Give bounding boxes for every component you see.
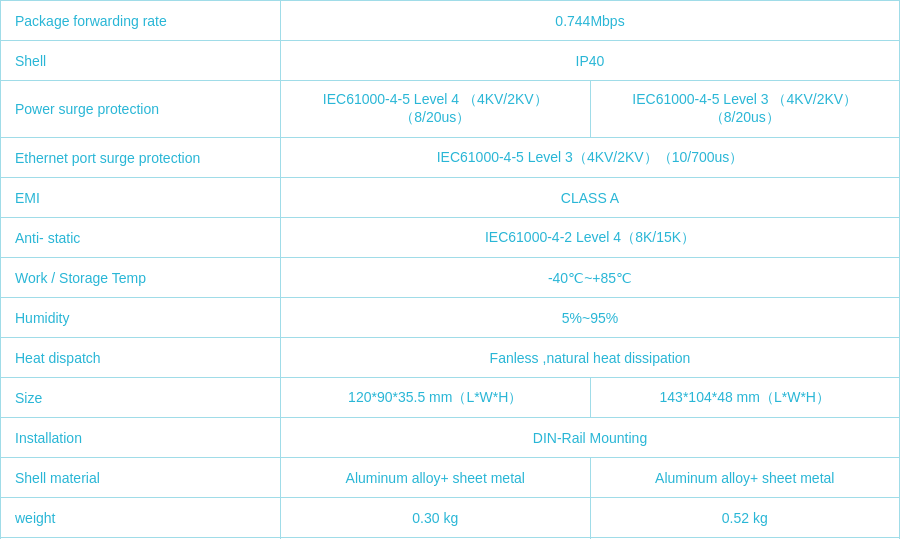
right-shell-material: Aluminum alloy+ sheet metal [591, 458, 900, 497]
table-row: ShellIP40 [1, 41, 899, 81]
right-power-surge-protection: IEC61000-4-5 Level 3 （4KV/2KV）（8/20us） [591, 81, 900, 137]
table-row: Shell materialAluminum alloy+ sheet meta… [1, 458, 899, 498]
value-ethernet-port-surge-protection: IEC61000-4-5 Level 3（4KV/2KV）（10/700us） [281, 138, 899, 177]
value-work-storage-temp: -40℃~+85℃ [281, 258, 899, 297]
table-row: Humidity5%~95% [1, 298, 899, 338]
value-humidity: 5%~95% [281, 298, 899, 337]
label-work-storage-temp: Work / Storage Temp [1, 258, 281, 297]
label-shell: Shell [1, 41, 281, 80]
split-power-surge-protection: IEC61000-4-5 Level 4 （4KV/2KV）（8/20us）IE… [281, 81, 899, 137]
value-emi: CLASS A [281, 178, 899, 217]
left-size: 120*90*35.5 mm（L*W*H） [281, 378, 591, 417]
table-row: EMICLASS A [1, 178, 899, 218]
label-emi: EMI [1, 178, 281, 217]
label-shell-material: Shell material [1, 458, 281, 497]
label-installation: Installation [1, 418, 281, 457]
table-row: InstallationDIN-Rail Mounting [1, 418, 899, 458]
table-row: Power surge protectionIEC61000-4-5 Level… [1, 81, 899, 138]
label-size: Size [1, 378, 281, 417]
split-shell-material: Aluminum alloy+ sheet metalAluminum allo… [281, 458, 899, 497]
left-weight: 0.30 kg [281, 498, 591, 537]
left-power-surge-protection: IEC61000-4-5 Level 4 （4KV/2KV）（8/20us） [281, 81, 591, 137]
value-package-forwarding-rate: 0.744Mbps [281, 1, 899, 40]
table-row: Anti- staticIEC61000-4-2 Level 4（8K/15K） [1, 218, 899, 258]
table-row: Heat dispatchFanless ,natural heat dissi… [1, 338, 899, 378]
label-ethernet-port-surge-protection: Ethernet port surge protection [1, 138, 281, 177]
table-row: Work / Storage Temp-40℃~+85℃ [1, 258, 899, 298]
left-shell-material: Aluminum alloy+ sheet metal [281, 458, 591, 497]
spec-table: Package forwarding rate0.744MbpsShellIP4… [0, 0, 900, 539]
label-weight: weight [1, 498, 281, 537]
split-size: 120*90*35.5 mm（L*W*H）143*104*48 mm（L*W*H… [281, 378, 899, 417]
value-installation: DIN-Rail Mounting [281, 418, 899, 457]
value-shell: IP40 [281, 41, 899, 80]
label-package-forwarding-rate: Package forwarding rate [1, 1, 281, 40]
table-row: weight0.30 kg0.52 kg [1, 498, 899, 538]
right-weight: 0.52 kg [591, 498, 900, 537]
table-row: Package forwarding rate0.744Mbps [1, 1, 899, 41]
label-heat-dispatch: Heat dispatch [1, 338, 281, 377]
label-anti-static: Anti- static [1, 218, 281, 257]
right-size: 143*104*48 mm（L*W*H） [591, 378, 900, 417]
label-humidity: Humidity [1, 298, 281, 337]
value-anti-static: IEC61000-4-2 Level 4（8K/15K） [281, 218, 899, 257]
table-row: Size120*90*35.5 mm（L*W*H）143*104*48 mm（L… [1, 378, 899, 418]
table-row: Ethernet port surge protectionIEC61000-4… [1, 138, 899, 178]
label-power-surge-protection: Power surge protection [1, 81, 281, 137]
value-heat-dispatch: Fanless ,natural heat dissipation [281, 338, 899, 377]
split-weight: 0.30 kg0.52 kg [281, 498, 899, 537]
